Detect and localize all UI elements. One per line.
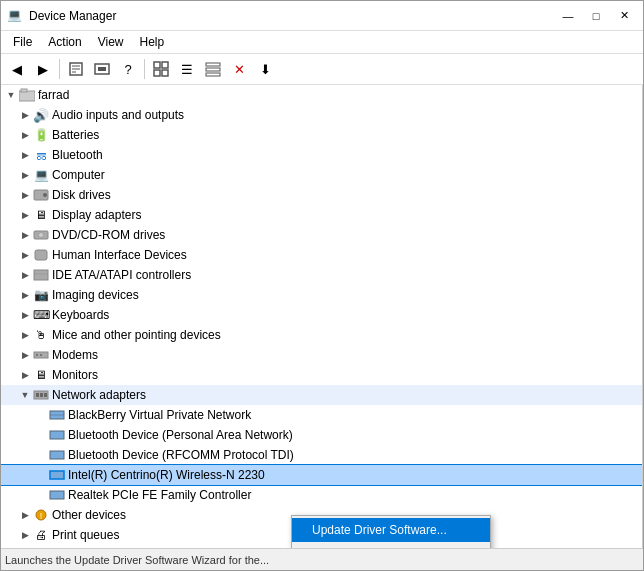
svg-rect-9	[162, 70, 168, 76]
menu-file[interactable]: File	[5, 33, 40, 51]
batteries-label: Batteries	[52, 128, 99, 142]
tree-item-modems[interactable]: ▶ Modems	[1, 345, 642, 365]
app-icon: 💻	[7, 8, 23, 24]
root-expand-icon[interactable]: ▼	[3, 87, 19, 103]
keyboards-label: Keyboards	[52, 308, 109, 322]
diskdrives-label: Disk drives	[52, 188, 111, 202]
ctx-update-driver[interactable]: Update Driver Software...	[292, 518, 490, 542]
monitors-icon: 🖥	[33, 367, 49, 383]
bluetooth-expand-icon[interactable]: ▶	[17, 147, 33, 163]
tree-panel[interactable]: ▼ farrad ▶ 🔊 Audio inputs and outputs ▶ …	[1, 85, 643, 548]
tree-item-blackberry[interactable]: ▶ BlackBerry Virtual Private Network	[1, 405, 642, 425]
window-title: Device Manager	[29, 9, 116, 23]
svg-rect-5	[98, 67, 106, 71]
tree-item-bluetooth[interactable]: ▶ ⯹ Bluetooth	[1, 145, 642, 165]
intel-label: Intel(R) Centrino(R) Wireless-N 2230	[68, 468, 265, 482]
hid-expand-icon[interactable]: ▶	[17, 247, 33, 263]
computer-icon: 💻	[33, 167, 49, 183]
btrfcomm-icon	[49, 447, 65, 463]
back-button[interactable]: ◀	[5, 57, 29, 81]
tree-item-intel[interactable]: ▶ Intel(R) Centrino(R) Wireless-N 2230	[1, 465, 642, 485]
update-button[interactable]: ⬇	[253, 57, 277, 81]
tree-item-hid[interactable]: ▶ Human Interface Devices	[1, 245, 642, 265]
display-label: Display adapters	[52, 208, 141, 222]
delete-button[interactable]: ✕	[227, 57, 251, 81]
audio-expand-icon[interactable]: ▶	[17, 107, 33, 123]
title-bar: 💻 Device Manager — □ ✕	[1, 1, 643, 31]
ide-expand-icon[interactable]: ▶	[17, 267, 33, 283]
svg-rect-10	[206, 63, 220, 66]
audio-icon: 🔊	[33, 107, 49, 123]
tree-item-realtek[interactable]: ▶ Realtek PCIe FE Family Controller	[1, 485, 642, 505]
modems-expand-icon[interactable]: ▶	[17, 347, 33, 363]
disk-expand-icon[interactable]: ▶	[17, 187, 33, 203]
menu-bar: File Action View Help	[1, 31, 643, 54]
svg-text:!: !	[40, 511, 43, 521]
keyboards-expand-icon[interactable]: ▶	[17, 307, 33, 323]
netadapters-expand-icon[interactable]: ▼	[17, 387, 33, 403]
tree-item-dvd[interactable]: ▶ DVD/CD-ROM drives	[1, 225, 642, 245]
batteries-expand-icon[interactable]: ▶	[17, 127, 33, 143]
bluetooth-label: Bluetooth	[52, 148, 103, 162]
tree-item-btpan[interactable]: ▶ Bluetooth Device (Personal Area Networ…	[1, 425, 642, 445]
tree-item-mice[interactable]: ▶ 🖱 Mice and other pointing devices	[1, 325, 642, 345]
netadapters-icon	[33, 387, 49, 403]
computer-label: Computer	[52, 168, 105, 182]
netadapters-label: Network adapters	[52, 388, 146, 402]
processors-icon	[33, 547, 49, 548]
list-button[interactable]: ☰	[175, 57, 199, 81]
expand-button[interactable]	[149, 57, 173, 81]
keyboards-icon: ⌨	[33, 307, 49, 323]
tree-item-ide[interactable]: ▶ IDE ATA/ATAPI controllers	[1, 265, 642, 285]
help-button[interactable]: ?	[116, 57, 140, 81]
display-icon: 🖥	[33, 207, 49, 223]
menu-help[interactable]: Help	[132, 33, 173, 51]
svg-rect-6	[154, 62, 160, 68]
tree-item-keyboards[interactable]: ▶ ⌨ Keyboards	[1, 305, 642, 325]
maximize-button[interactable]: □	[583, 6, 609, 26]
toolbar: ◀ ▶ ? ☰ ✕ ⬇	[1, 54, 643, 85]
tree-item-display[interactable]: ▶ 🖥 Display adapters	[1, 205, 642, 225]
scan-button[interactable]	[90, 57, 114, 81]
menu-view[interactable]: View	[90, 33, 132, 51]
dvd-icon	[33, 227, 49, 243]
forward-button[interactable]: ▶	[31, 57, 55, 81]
btpan-icon	[49, 427, 65, 443]
close-button[interactable]: ✕	[611, 6, 637, 26]
svg-rect-27	[40, 393, 43, 397]
svg-rect-32	[50, 451, 64, 459]
tree-item-audio[interactable]: ▶ 🔊 Audio inputs and outputs	[1, 105, 642, 125]
toolbar-separator-1	[59, 59, 60, 79]
tree-item-diskdrives[interactable]: ▶ Disk drives	[1, 185, 642, 205]
tree-item-btrfcomm[interactable]: ▶ Bluetooth Device (RFCOMM Protocol TDI)	[1, 445, 642, 465]
computer-expand-icon[interactable]: ▶	[17, 167, 33, 183]
device-manager-window: 💻 Device Manager — □ ✕ File Action View …	[0, 0, 644, 571]
details-button[interactable]	[201, 57, 225, 81]
menu-action[interactable]: Action	[40, 33, 89, 51]
tree-item-batteries[interactable]: ▶ 🔋 Batteries	[1, 125, 642, 145]
tree-item-monitors[interactable]: ▶ 🖥 Monitors	[1, 365, 642, 385]
imaging-expand-icon[interactable]: ▶	[17, 287, 33, 303]
ctx-disable[interactable]: Disable	[292, 542, 490, 548]
realtek-label: Realtek PCIe FE Family Controller	[68, 488, 251, 502]
tree-item-imaging[interactable]: ▶ 📷 Imaging devices	[1, 285, 642, 305]
other-expand-icon[interactable]: ▶	[17, 507, 33, 523]
ide-label: IDE ATA/ATAPI controllers	[52, 268, 191, 282]
mice-expand-icon[interactable]: ▶	[17, 327, 33, 343]
tree-item-computer[interactable]: ▶ 💻 Computer	[1, 165, 642, 185]
dvd-label: DVD/CD-ROM drives	[52, 228, 165, 242]
svg-rect-34	[50, 491, 64, 499]
svg-point-16	[43, 193, 47, 197]
display-expand-icon[interactable]: ▶	[17, 207, 33, 223]
tree-root[interactable]: ▼ farrad	[1, 85, 642, 105]
other-icon: !	[33, 507, 49, 523]
processors-expand-icon[interactable]: ▶	[17, 547, 33, 548]
dvd-expand-icon[interactable]: ▶	[17, 227, 33, 243]
monitors-expand-icon[interactable]: ▶	[17, 367, 33, 383]
print-expand-icon[interactable]: ▶	[17, 527, 33, 543]
svg-point-18	[39, 233, 44, 238]
tree-item-netadapters[interactable]: ▼ Network adapters	[1, 385, 642, 405]
hid-label: Human Interface Devices	[52, 248, 187, 262]
minimize-button[interactable]: —	[555, 6, 581, 26]
properties-button[interactable]	[64, 57, 88, 81]
